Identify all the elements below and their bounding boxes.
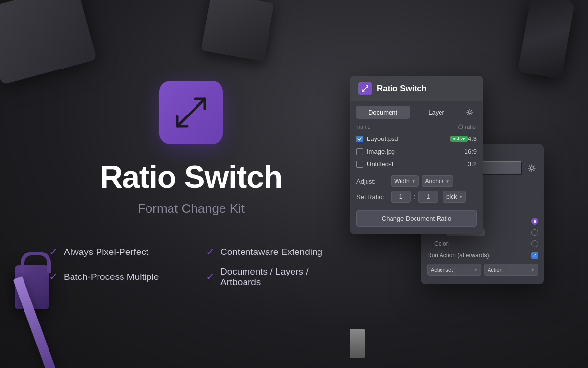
back-radio-color[interactable]: [531, 240, 538, 247]
action-label: Action: [488, 267, 503, 273]
back-run-action-checkbox[interactable]: ✓: [531, 252, 538, 259]
file-checkbox-1[interactable]: [356, 136, 363, 142]
pick-dropdown[interactable]: pick ▼: [443, 191, 466, 203]
active-badge-1: active: [450, 136, 468, 142]
check-icon-2: ✓: [206, 246, 215, 258]
check-icon-1: ✓: [49, 246, 58, 258]
feature-item: ✓ Always Pixel-Perfect: [49, 246, 176, 258]
tab-document[interactable]: Document: [356, 106, 410, 119]
feature-text-4: Documents / Layers / Artboards: [220, 266, 333, 288]
check-icon-3: ✓: [49, 271, 58, 283]
feature-text-1: Always Pixel-Perfect: [64, 247, 148, 257]
width-option: Width: [394, 178, 410, 184]
back-run-action-row: Run Action (afterwards): ✓: [421, 249, 544, 262]
action-arrow-icon: ▼: [531, 268, 535, 272]
tab-layer[interactable]: Layer: [410, 106, 463, 119]
app-icon-wrapper: [159, 81, 223, 144]
actionset-dropdown[interactable]: Actionset ▼: [427, 264, 481, 276]
ratio-separator: :: [414, 193, 416, 201]
ratio-input-2[interactable]: [418, 191, 438, 203]
panel-gear-icon[interactable]: [463, 105, 477, 119]
ratio-col-header: ratio: [466, 124, 476, 130]
panel-title: Ratio Switch: [377, 84, 427, 93]
width-arrow-icon: ▼: [412, 179, 416, 184]
refresh-icon: [458, 124, 464, 130]
file-checkbox-3[interactable]: [356, 161, 363, 168]
adjust-label: Adjust:: [356, 178, 388, 185]
app-icon: [159, 81, 223, 144]
panel-tabs-row: Document Layer: [350, 101, 483, 121]
file-ratio-3: 3:2: [468, 161, 477, 168]
feature-text-3: Batch-Process Multiple: [64, 272, 159, 282]
action-dropdown[interactable]: Action ▼: [484, 264, 538, 276]
main-content: Ratio Switch Format Change Kit ✓ Always …: [0, 0, 343, 368]
back-color-row: Color:: [421, 238, 544, 249]
file-row-2: Image.jpg 16:9: [350, 145, 483, 158]
ratio-input-1[interactable]: [391, 191, 411, 203]
panel-resize-icon: [361, 84, 369, 93]
panel-header: Ratio Switch: [350, 76, 483, 101]
resize-icon: [172, 93, 211, 132]
file-row-1: Layout.psd active 4:3: [350, 133, 483, 145]
features-grid: ✓ Always Pixel-Perfect ✓ Contentaware Ex…: [49, 246, 333, 288]
panel-icon: [358, 82, 372, 95]
svg-rect-0: [176, 98, 201, 122]
check-icon-4: ✓: [206, 271, 215, 283]
svg-point-1: [530, 167, 533, 170]
adjust-row: Adjust: Width ▼ Anchor ▼: [356, 175, 477, 187]
file-ratio-2: 16:9: [465, 148, 477, 155]
file-checkbox-2[interactable]: [356, 148, 363, 155]
file-ratio-1: 4:3: [468, 135, 477, 142]
file-name-1: Layout.psd: [367, 135, 447, 142]
pick-arrow-icon: ▼: [459, 195, 463, 199]
set-ratio-label: Set Ratio:: [356, 193, 388, 201]
change-ratio-button[interactable]: Change Document Ratio: [356, 210, 477, 227]
feature-item: ✓ Documents / Layers / Artboards: [206, 266, 333, 288]
file-name-2: Image.jpg: [367, 148, 465, 155]
file-name-3: Untitled-1: [367, 161, 468, 168]
panel-controls: Adjust: Width ▼ Anchor ▼ Set Ratio: : pi…: [350, 170, 483, 208]
feature-text-2: Contentaware Extending: [220, 247, 322, 257]
feature-item: ✓ Contentaware Extending: [206, 246, 333, 258]
name-col-header: name: [357, 124, 371, 130]
anchor-arrow-icon: ▼: [446, 179, 450, 184]
actionset-label: Actionset: [431, 267, 453, 273]
panel-table-header: name ratio: [350, 121, 483, 133]
pick-label: pick: [446, 193, 457, 200]
back-radio-contentaware[interactable]: [531, 218, 538, 225]
file-row-3: Untitled-1 3:2: [350, 158, 483, 170]
back-run-action-label: Run Action (afterwards):: [427, 252, 490, 259]
back-dropdowns-row: Actionset ▼ Action ▼: [421, 262, 544, 277]
anchor-dropdown[interactable]: Anchor ▼: [422, 175, 453, 187]
anchor-option: Anchor: [425, 178, 444, 184]
width-dropdown[interactable]: Width ▼: [391, 175, 419, 187]
panel-main: Ratio Switch Document Layer name ratio L…: [350, 76, 483, 234]
back-gear-icon[interactable]: [525, 162, 538, 175]
app-subtitle: Format Change Kit: [138, 201, 245, 216]
feature-item: ✓ Batch-Process Multiple: [49, 266, 176, 288]
app-title: Ratio Switch: [100, 159, 282, 195]
back-radio-fill[interactable]: [531, 229, 538, 236]
back-color-label: Color:: [434, 240, 527, 247]
set-ratio-row: Set Ratio: : pick ▼: [356, 191, 477, 203]
actionset-arrow-icon: ▼: [474, 268, 478, 272]
svg-point-2: [468, 111, 471, 113]
